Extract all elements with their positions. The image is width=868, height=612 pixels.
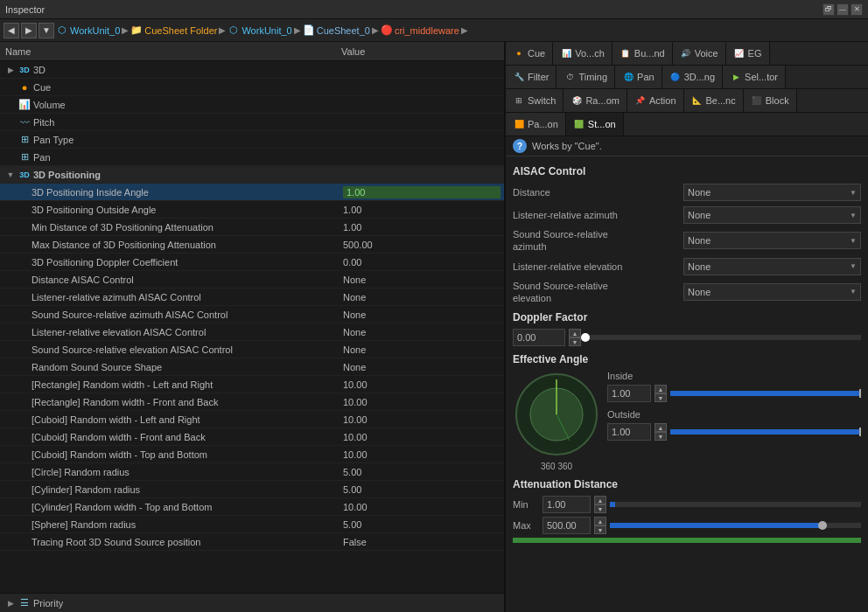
outside-spin-down[interactable]: ▼ [654, 432, 667, 441]
tree-row-doppler[interactable]: 3D Positioning Doppler Coefficient 0.00 [0, 254, 504, 271]
aisac-select-sound-azi[interactable]: None [683, 232, 861, 249]
voch-tab-icon: 📊 [560, 47, 572, 59]
nav-forward-button[interactable]: ▶ [21, 23, 37, 38]
tab-benc[interactable]: 📐 Be...nc [684, 89, 744, 112]
col-value-header: Value [341, 46, 499, 57]
value-sphere-r: 5.00 [343, 519, 500, 530]
tree-row-pan[interactable]: ⊞ Pan [0, 149, 504, 166]
outside-slider[interactable] [670, 429, 861, 435]
tab-ston[interactable]: 🟩 St...on [566, 113, 624, 136]
value-sound-azi: None [343, 309, 500, 320]
tree-row-listener-elev[interactable]: Listener-relative elevation AISAC Contro… [0, 323, 504, 341]
atten-max-input[interactable]: 500.00 [542, 517, 591, 534]
breadcrumb-item-folder[interactable]: 📁 CueSheet Folder [130, 24, 217, 37]
tab-row-2: 🔧 Filter ⏱ Timing 🌐 Pan 🔵 3D...ng ▶ Sel.… [506, 66, 868, 89]
breadcrumb-item-workunit2[interactable]: ⬡ WorkUnit_0 [228, 24, 291, 37]
doppler-spin-up[interactable]: ▲ [569, 329, 581, 337]
tree-row-3d-positioning[interactable]: ▼ 3D 3D Positioning [0, 166, 504, 184]
inside-input[interactable]: 1.00 [607, 385, 651, 402]
tree-row-inside-angle[interactable]: 3D Positioning Inside Angle 1.00 [0, 184, 504, 201]
tree-row-listener-azi[interactable]: Listener-relative azimuth AISAC Control … [0, 289, 504, 306]
aisac-section-title: AISAC Control [513, 165, 861, 177]
tab-voice[interactable]: 🔊 Voice [673, 42, 726, 65]
doppler-slider[interactable] [584, 335, 861, 340]
atten-min-slider[interactable] [610, 502, 861, 507]
tab-random[interactable]: 🎲 Ra...om [564, 89, 627, 112]
tab-switch-label: Switch [528, 95, 556, 106]
aisac-select-distance[interactable]: None [683, 184, 861, 201]
tab-bund[interactable]: 📋 Bu...nd [612, 42, 673, 65]
tab-paon[interactable]: 🟧 Pa...on [506, 113, 566, 136]
tab-pan[interactable]: 🌐 Pan [615, 66, 662, 88]
tree-row-cuboid-lr[interactable]: [Cuboid] Random width - Left and Right 1… [0, 411, 504, 428]
tree-row-3d-top[interactable]: ▶ 3D 3D [0, 61, 504, 79]
atten-min-up[interactable]: ▲ [594, 496, 606, 504]
atten-max-down[interactable]: ▼ [594, 525, 606, 534]
outside-spin-up[interactable]: ▲ [654, 423, 667, 432]
tab-seltor[interactable]: ▶ Sel...tor [723, 66, 786, 88]
tree-row-pan-type[interactable]: ⊞ Pan Type [0, 131, 504, 149]
priority-row[interactable]: ▶ ☰ Priority [0, 593, 504, 612]
tree-row-dist-aisac[interactable]: Distance AISAC Control None [0, 271, 504, 289]
tree-row-sound-azi[interactable]: Sound Source-relative azimuth AISAC Cont… [0, 306, 504, 323]
tab-filter[interactable]: 🔧 Filter [506, 66, 556, 88]
doppler-input[interactable]: 0.00 [513, 329, 565, 346]
label-cuboid-fb: [Cuboid] Random width - Front and Back [32, 432, 343, 442]
tree-row-cyl-r[interactable]: [Cylinder] Random radius 5.00 [0, 481, 504, 498]
tree-row-cuboid-tb[interactable]: [Cuboid] Random width - Top and Bottom 1… [0, 446, 504, 463]
expand-priority[interactable]: ▶ [4, 596, 18, 610]
inside-slider[interactable] [670, 391, 861, 396]
tree-list[interactable]: ▶ 3D 3D ● Cue 📊 Volume 〰 [0, 61, 504, 593]
breadcrumb-item-cuesheet[interactable]: 📄 CueSheet_0 [303, 24, 370, 37]
atten-min-down[interactable]: ▼ [594, 504, 606, 513]
atten-min-input[interactable]: 1.00 [542, 496, 591, 513]
atten-max-up[interactable]: ▲ [594, 517, 606, 525]
tree-row-pitch[interactable]: 〰 Pitch [0, 114, 504, 131]
tree-row-tracing[interactable]: Tracing Root 3D Sound Source position Fa… [0, 533, 504, 551]
tab-eg[interactable]: 📈 EG [726, 42, 770, 65]
tab-switch[interactable]: ⊞ Switch [506, 89, 564, 112]
tab-timing[interactable]: ⏱ Timing [556, 66, 615, 88]
angle-container: 360 360 Inside 1.00 ▲ [513, 371, 861, 471]
expand-volume [4, 98, 18, 112]
inside-spin-up[interactable]: ▲ [654, 385, 667, 393]
nav-dropdown-button[interactable]: ▼ [38, 23, 54, 38]
tree-row-volume[interactable]: 📊 Volume [0, 96, 504, 114]
close-button[interactable]: ✕ [850, 3, 863, 16]
atten-max-slider[interactable] [610, 523, 861, 528]
tree-row-rect-lr[interactable]: [Rectangle] Random width - Left and Righ… [0, 376, 504, 393]
doppler-spin-down[interactable]: ▼ [569, 337, 581, 346]
outside-input[interactable]: 1.00 [607, 423, 651, 441]
minimize-button[interactable]: — [836, 3, 849, 16]
tree-row-rect-fb[interactable]: [Rectangle] Random width - Front and Bac… [0, 393, 504, 411]
tab-block[interactable]: ⬛ Block [744, 89, 797, 112]
aisac-select-listener-elev[interactable]: None [683, 258, 861, 275]
effective-angle-title: Effective Angle [513, 353, 861, 365]
tree-row-cyl-tb[interactable]: [Cylinder] Random width - Top and Bottom… [0, 498, 504, 516]
breadcrumb-item-workunit1[interactable]: ⬡ WorkUnit_0 [56, 24, 120, 37]
tab-cue[interactable]: ● Cue [506, 42, 553, 65]
expand-3d-positioning[interactable]: ▼ [4, 168, 18, 182]
tree-row-sphere-r[interactable]: [Sphere] Random radius 5.00 [0, 516, 504, 533]
restore-button[interactable]: 🗗 [822, 3, 835, 16]
tab-row-3: ⊞ Switch 🎲 Ra...om 📌 Action 📐 Be...nc ⬛ … [506, 89, 868, 113]
tree-row-sound-elev[interactable]: Sound Source-relative elevation AISAC Co… [0, 341, 504, 358]
inside-spin-down[interactable]: ▼ [654, 393, 667, 402]
aisac-select-listener-azi[interactable]: None [683, 206, 861, 224]
aisac-select-sound-elev[interactable]: None [683, 283, 861, 301]
nav-back-button[interactable]: ◀ [4, 23, 19, 38]
tree-row-outside-angle[interactable]: 3D Positioning Outside Angle 1.00 [0, 201, 504, 219]
tree-row-circle-r[interactable]: [Circle] Random radius 5.00 [0, 463, 504, 481]
expand-3d-top[interactable]: ▶ [4, 63, 18, 77]
breadcrumb-item-middleware[interactable]: 🔴 cri_middleware [381, 24, 459, 37]
tree-row-cue[interactable]: ● Cue [0, 79, 504, 96]
tree-row-random-shape[interactable]: Random Sound Source Shape None [0, 358, 504, 376]
tab-action[interactable]: 📌 Action [627, 89, 684, 112]
tab-voch[interactable]: 📊 Vo...ch [553, 42, 612, 65]
tree-row-min-dist[interactable]: Min Distance of 3D Positioning Attenuati… [0, 219, 504, 236]
tab-3dng[interactable]: 🔵 3D...ng [662, 66, 723, 88]
tree-row-cuboid-fb[interactable]: [Cuboid] Random width - Front and Back 1… [0, 428, 504, 446]
tree-row-max-dist[interactable]: Max Distance of 3D Positioning Attenuati… [0, 236, 504, 254]
doppler-title: Doppler Factor [513, 311, 861, 323]
atten-min-label: Min [513, 499, 539, 510]
